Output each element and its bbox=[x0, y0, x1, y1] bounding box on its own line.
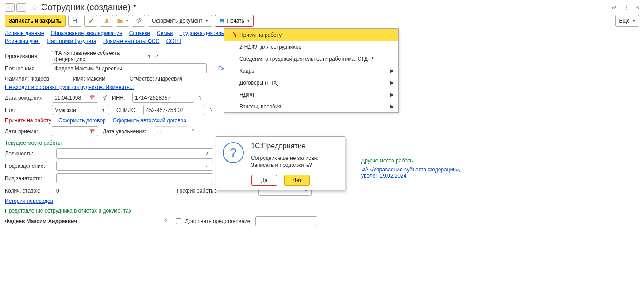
inn-label: ИНН: bbox=[112, 95, 130, 101]
inn-input[interactable]: 171472528957 bbox=[132, 93, 194, 103]
back-button[interactable]: ← bbox=[5, 3, 15, 12]
fire-date-label: Дата увольнения: bbox=[103, 128, 151, 135]
tab-fss[interactable]: Прямые выплаты ФСС bbox=[103, 38, 159, 44]
print-menu-item-std-r[interactable]: Сведения о трудовой деятельности работни… bbox=[224, 53, 398, 65]
dialog-title: 1С:Предприятие bbox=[251, 142, 319, 150]
fullname-input[interactable]: Фадеев Максим Андреевич bbox=[52, 63, 207, 73]
chevron-right-icon: ▶ bbox=[390, 80, 394, 85]
confirm-dialog: ? 1С:Предприятие Сотрудник еще не записа… bbox=[216, 136, 345, 190]
tab-work-history[interactable]: Трудовая деятельн bbox=[180, 30, 227, 36]
print-button[interactable]: Печать▾ bbox=[215, 15, 254, 27]
open-icon[interactable]: ↗ bbox=[204, 162, 211, 170]
org-input[interactable]: ФА «Управление субъекта федерации» ▾ ↗ bbox=[52, 51, 162, 61]
dialog-no-button[interactable]: Нет bbox=[284, 175, 310, 186]
department-label: Подразделение: bbox=[5, 163, 54, 169]
save-close-button[interactable]: Записать и закрыть bbox=[5, 15, 66, 27]
tab-education[interactable]: Образование, квалификация bbox=[51, 30, 123, 36]
chevron-right-icon: ▶ bbox=[390, 68, 394, 73]
transfer-history-link[interactable]: История переводов bbox=[5, 198, 53, 204]
surname-label: Фамилия: Фадеев bbox=[5, 76, 49, 82]
help-icon[interactable]: ? bbox=[208, 107, 214, 113]
svg-rect-5 bbox=[220, 21, 223, 23]
tab-sotp[interactable]: СОТП bbox=[166, 38, 181, 44]
make-document-button[interactable]: Оформить документ▾ bbox=[148, 15, 212, 27]
author-contract-link[interactable]: Оформить авторский договор bbox=[113, 117, 186, 124]
folder-button[interactable]: ▾ bbox=[116, 15, 129, 27]
print-menu-item-contracts[interactable]: Договоры (ГПХ)▶ bbox=[224, 77, 398, 89]
toolbar: Записать и закрыть ▾ Оформить документ▾ … bbox=[0, 13, 644, 28]
dropdown-icon[interactable]: ▾ bbox=[100, 106, 107, 114]
page-title: Сотрудник (создание) * bbox=[41, 2, 136, 12]
help-icon[interactable]: ? bbox=[190, 128, 196, 135]
save-button[interactable] bbox=[68, 15, 81, 27]
hire-link[interactable]: Принять на работу bbox=[5, 117, 51, 124]
other-workplaces: Другие места работы ФА «Управление субъе… bbox=[361, 158, 503, 179]
open-icon[interactable]: ↗ bbox=[204, 149, 211, 158]
more-button[interactable]: Еще▾ bbox=[615, 15, 639, 27]
user-button[interactable] bbox=[100, 15, 113, 27]
rates-value: 0 bbox=[56, 188, 59, 194]
schedule-label: График работы: bbox=[177, 188, 216, 194]
highlight-button[interactable] bbox=[84, 15, 97, 27]
repr-extra-input[interactable] bbox=[255, 216, 317, 226]
title-row: ← → ☆ Сотрудник (создание) * ⋮ × bbox=[0, 0, 644, 13]
dropdown-icon[interactable]: ▾ bbox=[146, 52, 153, 60]
print-menu-item-2ndfl[interactable]: 2-НДФЛ для сотрудников bbox=[224, 41, 398, 53]
svg-rect-0 bbox=[73, 19, 76, 20]
other-workplace-link[interactable]: ФА «Управление субъекта федерации», увол… bbox=[361, 166, 463, 179]
print-menu-item-hire[interactable]: ↘ Прием на работу bbox=[224, 29, 398, 41]
birth-label: Дата рождения: bbox=[5, 95, 49, 101]
help-icon[interactable]: ? bbox=[162, 218, 169, 224]
department-input[interactable]: ↗ bbox=[56, 161, 213, 171]
gender-icon: ⚥ bbox=[103, 95, 108, 101]
calendar-icon[interactable]: 📅 bbox=[89, 127, 96, 135]
fullname-label: Полное имя: bbox=[5, 66, 49, 72]
svg-point-2 bbox=[105, 19, 108, 21]
rates-label: Колич. ставок: bbox=[5, 188, 54, 194]
tab-family[interactable]: Семья bbox=[157, 30, 173, 36]
birth-input[interactable]: 11.04.1998 📅 bbox=[52, 93, 98, 103]
print-menu-item-staff[interactable]: Кадры▶ bbox=[224, 65, 398, 77]
hire-date-label: Дата приема: bbox=[5, 128, 49, 135]
print-menu-item-ndfl[interactable]: НДФЛ▶ bbox=[224, 89, 398, 101]
print-menu: ↘ Прием на работу 2-НДФЛ для сотрудников… bbox=[224, 28, 399, 113]
repr-value: Фадеев Максим Андреевич bbox=[5, 218, 160, 224]
forward-button[interactable]: → bbox=[16, 3, 26, 12]
close-icon[interactable]: × bbox=[636, 4, 639, 11]
repr-checkbox[interactable] bbox=[176, 218, 181, 224]
tab-personal[interactable]: Личные данные bbox=[5, 30, 44, 36]
emptype-input[interactable] bbox=[56, 173, 213, 183]
hire-date-input[interactable]: . . 📅 bbox=[52, 126, 98, 136]
tab-military[interactable]: Воинский учет bbox=[5, 38, 40, 44]
link-icon[interactable] bbox=[610, 4, 617, 11]
snils-input[interactable]: 452-457-756 02 bbox=[143, 105, 205, 115]
chevron-right-icon: ▶ bbox=[390, 92, 394, 97]
tab-buh[interactable]: Настройки бухучета bbox=[47, 38, 96, 44]
attach-button[interactable] bbox=[132, 15, 145, 27]
question-icon: ? bbox=[223, 142, 244, 163]
help-icon[interactable]: ? bbox=[197, 95, 203, 101]
repr-title: Представление сотрудника в отчетах и док… bbox=[5, 208, 639, 214]
name-label: Имя: Максим bbox=[73, 76, 105, 82]
kebab-icon[interactable]: ⋮ bbox=[624, 4, 629, 11]
org-label: Организация: bbox=[5, 53, 49, 59]
position-input[interactable]: ↗ bbox=[56, 148, 213, 159]
arrow-down-icon: ↘ bbox=[232, 30, 237, 38]
print-menu-item-fees[interactable]: Взносы, пособия▶ bbox=[224, 101, 398, 112]
favorite-icon[interactable]: ☆ bbox=[31, 4, 39, 12]
repr-checkbox-label[interactable]: Дополнять представление bbox=[174, 217, 250, 225]
patronymic-label: Отчество: Андреевич bbox=[129, 76, 182, 82]
emptype-label: Вид занятости: bbox=[5, 175, 54, 182]
groups-link[interactable]: Не входит в составы групп сотрудников. И… bbox=[5, 84, 134, 90]
chevron-right-icon: ▶ bbox=[390, 104, 394, 109]
snils-label: СНИЛС: bbox=[116, 107, 141, 113]
open-icon[interactable]: ↗ bbox=[153, 52, 160, 60]
sex-input[interactable]: Мужской ▾ bbox=[52, 105, 109, 115]
sex-label: Пол: bbox=[5, 107, 49, 113]
tab-refs[interactable]: Справки bbox=[129, 30, 150, 36]
dialog-yes-button[interactable]: Да bbox=[251, 175, 277, 186]
svg-rect-1 bbox=[73, 21, 76, 23]
contract-link[interactable]: Оформить договор bbox=[58, 117, 106, 124]
other-workplaces-title: Другие места работы bbox=[361, 158, 503, 164]
calendar-icon[interactable]: 📅 bbox=[89, 93, 96, 102]
